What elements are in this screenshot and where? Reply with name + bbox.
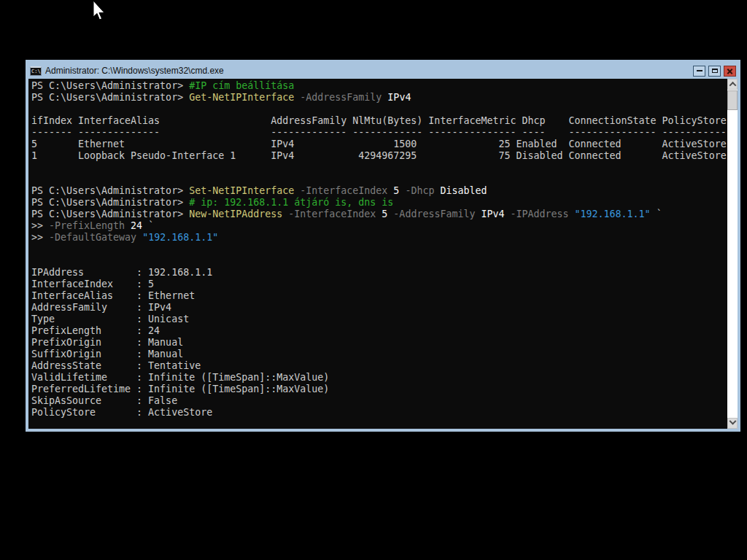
console-line: InterfaceAlias : Ethernet [31,290,727,302]
console-line: ValidLifetime : Infinite ([TimeSpan]::Ma… [31,372,727,384]
vertical-scrollbar[interactable] [727,79,738,429]
console-line: PrefixLength : 24 [31,325,727,337]
console-line: PolicyStore : ActiveStore [31,407,727,419]
minimize-icon [697,70,703,71]
console-line: 1 Loopback Pseudo-Interface 1 IPv4 42949… [31,150,727,162]
desktop: C:\. Administrator: C:\Windows\system32\… [0,0,747,560]
console-line: >> -DefaultGateway "192.168.1.1" [31,232,727,244]
maximize-button[interactable] [708,66,721,77]
console-line [31,174,727,185]
console-line: >> -PrefixLength 24 ` [31,220,727,232]
console-line: PS C:\Users\Administrator> New-NetIPAddr… [31,209,727,220]
chevron-down-icon [729,418,736,425]
console-line: SuffixOrigin : Manual [31,349,727,360]
console-line [31,162,727,174]
console-line [31,104,727,115]
console-line: IPAddress : 192.168.1.1 [31,267,727,279]
console-line [31,419,727,429]
console-line: PS C:\Users\Administrator> Set-NetIPInte… [31,185,727,197]
scroll-up-button[interactable] [727,79,738,90]
close-button[interactable] [724,66,736,77]
window-controls [693,66,736,77]
console-body: PS C:\Users\Administrator> #IP cím beáll… [28,79,738,429]
scroll-down-button[interactable] [727,418,738,429]
title-bar[interactable]: C:\. Administrator: C:\Windows\system32\… [28,63,738,79]
console-line: ------- -------------- ------------- ---… [31,127,727,139]
cmd-icon: C:\. [30,66,42,76]
console-line [31,255,727,267]
console-line: AddressFamily : IPv4 [31,302,727,314]
console-line: AddressState : Tentative [31,360,727,372]
console-line: Type : Unicast [31,314,727,325]
chevron-up-icon [729,82,736,89]
window-title: Administrator: C:\Windows\system32\cmd.e… [45,66,693,76]
console-line: PS C:\Users\Administrator> Get-NetIPInte… [31,92,727,104]
console-line: PS C:\Users\Administrator> #IP cím beáll… [31,80,727,92]
console-line: SkipAsSource : False [31,395,727,407]
mouse-cursor [93,1,107,24]
console-output[interactable]: PS C:\Users\Administrator> #IP cím beáll… [28,79,727,429]
terminal-window: C:\. Administrator: C:\Windows\system32\… [26,60,740,432]
console-line: ifIndex InterfaceAlias AddressFamily NlM… [31,115,727,127]
console-line: PreferredLifetime : Infinite ([TimeSpan]… [31,384,727,395]
console-line: InterfaceIndex : 5 [31,279,727,290]
console-line: 5 Ethernet IPv4 1500 25 Enabled Connecte… [31,139,727,150]
scrollbar-thumb[interactable] [727,90,738,110]
maximize-icon [712,69,718,73]
console-line [31,244,727,255]
console-line: PrefixOrigin : Manual [31,337,727,349]
console-line: PS C:\Users\Administrator> # ip: 192.168… [31,197,727,209]
minimize-button[interactable] [693,66,705,77]
